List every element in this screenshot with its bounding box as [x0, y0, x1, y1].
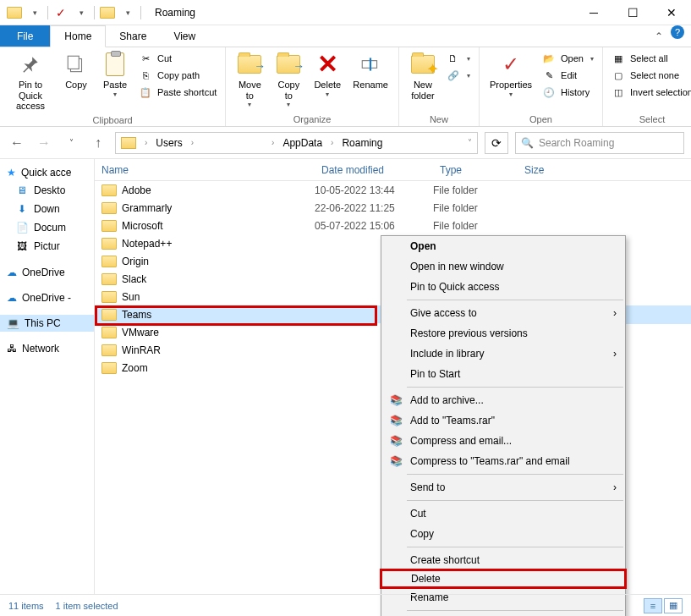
maximize-button[interactable]: ☐	[613, 0, 652, 25]
qat-overflow[interactable]: ▾	[118, 3, 137, 22]
cm-open[interactable]: Open	[381, 236, 625, 256]
sidebar-item-network[interactable]: 🖧Network	[0, 340, 94, 357]
ribbon-group-open: ✓ Properties ▾ 📂Open▾ ✎Edit 🕘History Ope…	[480, 47, 603, 126]
cm-compress-email[interactable]: 📚Compress and email...	[381, 431, 625, 451]
chevron-right-icon[interactable]: ›	[141, 138, 151, 147]
edit-button[interactable]: ✎Edit	[539, 68, 597, 83]
col-type[interactable]: Type	[433, 164, 518, 176]
tab-view[interactable]: View	[160, 25, 209, 47]
breadcrumb-appdata[interactable]: AppData	[279, 137, 326, 149]
chevron-right-icon[interactable]: ›	[188, 138, 197, 147]
tab-file[interactable]: File	[0, 25, 50, 47]
open-button[interactable]: 📂Open▾	[539, 51, 597, 66]
cut-button[interactable]: ✂Cut	[135, 51, 220, 66]
col-date[interactable]: Date modified	[315, 164, 433, 176]
copy-path-button[interactable]: ⎘Copy path	[135, 68, 220, 83]
close-button[interactable]: ✕	[652, 0, 691, 25]
easy-access-button[interactable]: 🔗▾	[443, 68, 474, 83]
cm-send-to[interactable]: Send to›	[381, 477, 625, 498]
minimize-button[interactable]: ─	[574, 0, 613, 25]
breadcrumb[interactable]: › Users › › AppData › Roaming ˅	[115, 132, 478, 154]
qat-properties[interactable]: ✓	[52, 3, 70, 22]
properties-button[interactable]: ✓ Properties ▾	[485, 49, 537, 100]
properties-icon: ✓	[497, 51, 524, 78]
select-all-button[interactable]: ▦Select all	[608, 51, 691, 66]
view-toggles: ≡ ▦	[644, 598, 683, 613]
new-folder-button[interactable]: ✦ New folder	[404, 49, 441, 102]
sidebar-item-onedrive-2[interactable]: ☁OneDrive -	[0, 289, 94, 306]
cm-restore-previous[interactable]: Restore previous versions	[381, 323, 625, 344]
sidebar-item-downloads[interactable]: ⬇Down	[0, 200, 94, 218]
folder-icon	[101, 291, 117, 303]
paste-shortcut-icon: 📋	[139, 85, 152, 99]
history-button[interactable]: 🕘History	[539, 85, 597, 100]
qat-dropdown[interactable]: ▾	[25, 3, 44, 22]
cm-add-archive[interactable]: 📚Add to archive...	[381, 390, 625, 410]
select-none-button[interactable]: ▢Select none	[608, 68, 691, 83]
chevron-right-icon[interactable]: ›	[268, 138, 277, 147]
details-view-button[interactable]: ≡	[644, 598, 662, 613]
file-row[interactable]: Microsoft05-07-2022 15:06File folder	[95, 217, 691, 234]
qat-folder-icon[interactable]	[5, 3, 24, 22]
forward-button[interactable]: →	[34, 133, 54, 153]
sidebar-item-pictures[interactable]: 🖼Pictur	[0, 237, 94, 256]
qat-dropdown-2[interactable]: ▾	[72, 3, 90, 22]
sidebar-item-documents[interactable]: 📄Docum	[0, 218, 94, 237]
copy-to-icon: →	[275, 51, 302, 78]
cm-add-teams-rar[interactable]: 📚Add to "Teams.rar"	[381, 410, 625, 431]
back-button[interactable]: ←	[7, 133, 27, 153]
copy-to-button[interactable]: → Copy to ▾	[270, 49, 307, 110]
sidebar-item-desktop[interactable]: 🖥Deskto	[0, 181, 94, 200]
delete-x-icon: ✕	[314, 51, 341, 78]
copy-button[interactable]: Copy	[58, 49, 95, 92]
new-item-button[interactable]: 🗋▾	[443, 51, 474, 66]
sidebar-item-quick-access[interactable]: ★Quick acce	[0, 164, 94, 181]
col-name[interactable]: Name	[95, 164, 315, 176]
up-button[interactable]: ↑	[88, 133, 108, 153]
cm-copy[interactable]: Copy	[381, 524, 625, 544]
col-size[interactable]: Size	[518, 164, 585, 176]
file-name: Notepad++	[122, 238, 172, 250]
cm-create-shortcut[interactable]: Create shortcut	[381, 550, 625, 570]
paste-shortcut-button[interactable]: 📋Paste shortcut	[135, 85, 220, 100]
file-row[interactable]: Adobe10-05-2022 13:44File folder	[95, 181, 691, 199]
documents-icon: 📄	[15, 221, 29, 234]
file-type: File folder	[433, 220, 518, 232]
rename-icon	[357, 51, 384, 78]
tab-share[interactable]: Share	[106, 25, 160, 47]
pin-to-quick-access-button[interactable]: Pin to Quick access	[5, 49, 56, 113]
chevron-right-icon[interactable]: ›	[327, 138, 337, 147]
move-to-button[interactable]: → Move to ▾	[231, 49, 268, 110]
file-date: 05-07-2022 15:06	[315, 220, 433, 232]
cm-include-library[interactable]: Include in library›	[381, 344, 625, 364]
quick-access-toolbar: ▾ ✓ ▾ ▾	[0, 3, 148, 22]
cm-cut[interactable]: Cut	[381, 503, 625, 524]
sidebar-item-this-pc[interactable]: 💻This PC	[0, 315, 94, 332]
file-row[interactable]: Grammarly22-06-2022 11:25File folder	[95, 199, 691, 217]
refresh-button[interactable]: ⟳	[485, 132, 508, 154]
desktop-icon: 🖥	[15, 184, 29, 197]
paste-button[interactable]: Paste ▾	[96, 49, 134, 100]
cm-open-new-window[interactable]: Open in new window	[381, 256, 625, 277]
cm-give-access[interactable]: Give access to›	[381, 303, 625, 323]
qat-folder-icon-2[interactable]	[98, 3, 117, 22]
rename-button[interactable]: Rename	[348, 49, 393, 92]
easy-access-icon: 🔗	[447, 69, 460, 82]
help-icon[interactable]: ?	[671, 25, 684, 39]
breadcrumb-users[interactable]: Users	[152, 137, 185, 149]
search-input[interactable]: 🔍 Search Roaming	[515, 132, 684, 154]
cm-delete[interactable]: Delete	[380, 569, 627, 589]
sidebar-item-onedrive[interactable]: ☁OneDrive	[0, 264, 94, 281]
cm-compress-teams-email[interactable]: 📚Compress to "Teams.rar" and email	[381, 451, 625, 471]
cm-pin-start[interactable]: Pin to Start	[381, 364, 625, 384]
delete-button[interactable]: ✕ Delete ▾	[309, 49, 346, 100]
icons-view-button[interactable]: ▦	[664, 598, 683, 613]
invert-selection-button[interactable]: ◫Invert selection	[608, 85, 691, 100]
ribbon-collapse-button[interactable]: ⌃	[647, 25, 671, 47]
breadcrumb-dropdown[interactable]: ˅	[464, 138, 475, 147]
recent-dropdown[interactable]: ˅	[61, 133, 81, 153]
cm-pin-quick-access[interactable]: Pin to Quick access	[381, 277, 625, 297]
breadcrumb-roaming[interactable]: Roaming	[338, 137, 386, 149]
copy-icon	[63, 51, 90, 78]
tab-home[interactable]: Home	[50, 25, 106, 47]
